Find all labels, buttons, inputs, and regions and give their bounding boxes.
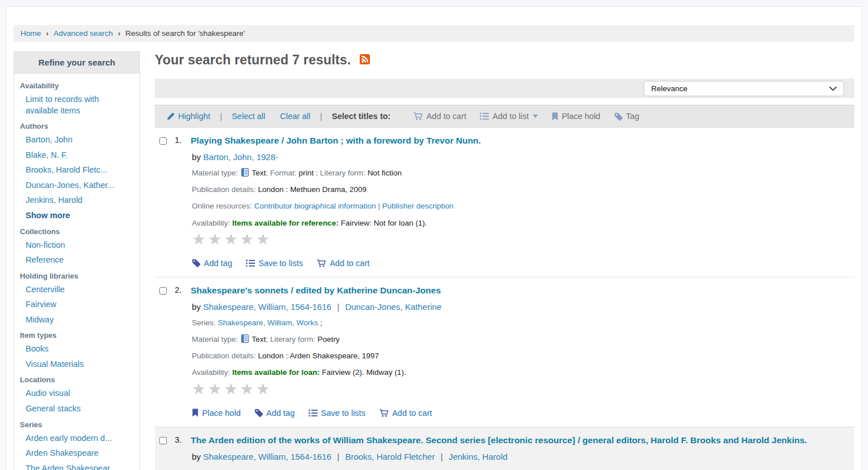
result-detail-text: ; Format: xyxy=(266,169,299,177)
action-label: Place hold xyxy=(202,408,241,418)
chevron-down-icon xyxy=(829,84,837,93)
cart-icon xyxy=(379,408,389,418)
highlight-button[interactable]: Highlight xyxy=(166,112,210,121)
breadcrumb-link[interactable]: Advanced search xyxy=(54,29,113,38)
facet-link[interactable]: Duncan-Jones, Kather... xyxy=(26,180,134,191)
result-detail-text: ; xyxy=(318,468,323,470)
result-detail-text: | xyxy=(376,202,382,210)
cart-icon xyxy=(316,259,326,268)
action-label: Save to lists xyxy=(321,408,365,418)
author-link[interactable]: Barton, John, 1928- xyxy=(203,152,278,162)
result-detail-text: Publication details: xyxy=(192,185,258,194)
facet-link[interactable]: The Arden Shakespear... xyxy=(26,463,134,470)
facet-link[interactable]: Barton, John xyxy=(26,134,134,146)
breadcrumb-current: Results of search for 'shakespeare' xyxy=(125,29,245,38)
author-separator: | xyxy=(335,302,342,312)
book-icon xyxy=(241,168,249,177)
result-detail-link[interactable]: Shakespeare, William, Works xyxy=(218,318,318,327)
result-meta-line: Availability: Items available for loan: … xyxy=(192,367,846,378)
result-checkbox[interactable] xyxy=(159,137,167,145)
author-link[interactable]: Shakespeare, William, 1564-1616 xyxy=(203,452,331,461)
facet-link[interactable]: Non-fiction xyxy=(26,240,134,251)
add-tag-button[interactable]: Add tag xyxy=(254,408,295,418)
facet-link[interactable]: Visual Materials xyxy=(26,359,134,370)
result-body: by Shakespeare, William, 1564-1616 | Dun… xyxy=(192,302,846,418)
facet-link[interactable]: Audio visual xyxy=(26,388,134,399)
result-meta-line: Online resources: Contributor biographic… xyxy=(192,201,846,211)
list-icon xyxy=(246,259,255,267)
facet-link[interactable]: Reference xyxy=(26,255,134,266)
author-link[interactable]: Brooks, Harold Fletcher xyxy=(345,452,435,461)
sort-selected-value: Relevance xyxy=(651,84,688,93)
caret-down-icon xyxy=(533,115,538,118)
add-to-cart-button[interactable]: Add to cart xyxy=(316,259,369,268)
sort-bar: Relevance xyxy=(155,79,854,98)
result-detail-text: ; xyxy=(318,318,323,327)
result-detail-link[interactable]: Contributor biographical information xyxy=(254,202,376,210)
author-separator: | xyxy=(335,452,342,461)
search-results-main: Your search returned 7 results. Relevanc… xyxy=(155,51,854,470)
result-title-link[interactable]: Playing Shakespeare / John Barton ; with… xyxy=(191,135,481,147)
result-meta-line: Material type: Text; Literary form: Poet… xyxy=(192,334,846,345)
save-to-lists-button[interactable]: Save to lists xyxy=(308,408,365,418)
result-detail-text: London : Arden Shakespeare, 1997 xyxy=(258,352,379,360)
author-link[interactable]: Jenkins, Harold xyxy=(449,452,507,461)
facet-link[interactable]: Blake, N. F. xyxy=(26,150,134,161)
facet-heading: Series xyxy=(20,420,134,429)
facet-link[interactable]: Fairview xyxy=(26,299,134,310)
list-icon xyxy=(480,112,489,120)
facet-link[interactable]: Show more xyxy=(26,210,134,222)
add-tag-button[interactable]: Add tag xyxy=(192,259,232,268)
result-meta-line: Series: Shakespeare, William, Works ; xyxy=(192,318,846,328)
result-number: 3. xyxy=(175,435,185,444)
result-detail-text: Text xyxy=(250,335,266,344)
select-titles-label: Select titles to: xyxy=(332,112,390,121)
book-icon xyxy=(241,334,249,343)
toolbar-tag-button[interactable]: Tag xyxy=(614,112,639,121)
facet-link[interactable]: Arden early modern d... xyxy=(26,433,134,444)
author-link[interactable]: Shakespeare, William, 1564-1616 xyxy=(203,302,331,312)
result-title-link[interactable]: The Arden edition of the works of Willia… xyxy=(191,435,807,447)
result-detail-link[interactable]: Shakespeare, William, Works xyxy=(218,468,318,470)
result-detail-link[interactable]: Publisher description xyxy=(382,202,453,210)
breadcrumb-separator: › xyxy=(118,30,120,38)
facet-link[interactable]: Jenkins, Harold xyxy=(26,195,134,206)
result-number: 2. xyxy=(175,285,185,295)
select-all-button[interactable]: Select all xyxy=(232,112,265,121)
result-body: by Barton, John, 1928-Material type: Tex… xyxy=(192,152,846,268)
result-actions: Add tagSave to listsAdd to cart xyxy=(192,259,846,268)
author-link[interactable]: Duncan-Jones, Katherine xyxy=(345,302,441,312)
breadcrumb-link[interactable]: Home xyxy=(20,29,41,38)
result-checkbox[interactable] xyxy=(159,287,167,295)
place-hold-button[interactable]: Place hold xyxy=(192,408,241,418)
sort-by-select[interactable]: Relevance xyxy=(644,81,844,96)
hold-icon xyxy=(192,408,199,417)
result-checkbox[interactable] xyxy=(159,437,167,444)
facet-link[interactable]: Limit to records with available items xyxy=(26,94,134,116)
author-separator: | xyxy=(438,452,445,461)
result-detail-text: Availability: xyxy=(192,368,232,377)
clear-all-button[interactable]: Clear all xyxy=(280,112,310,121)
facet-link[interactable]: General stacks xyxy=(26,403,134,415)
tag-icon xyxy=(254,408,263,417)
toolbar-add-to-list-button[interactable]: Add to list xyxy=(480,112,538,121)
toolbar-add-to-cart-button[interactable]: Add to cart xyxy=(413,112,466,121)
facet-link[interactable]: Midway xyxy=(26,314,134,326)
result-by-line: by Shakespeare, William, 1564-1616 | Dun… xyxy=(192,302,846,312)
result-title-link[interactable]: Shakespeare's sonnets / edited by Kather… xyxy=(191,285,441,297)
result-by-line: by Shakespeare, William, 1564-1616 | Bro… xyxy=(192,452,846,461)
rss-feed-button[interactable] xyxy=(360,54,370,67)
facet-link[interactable]: Brooks, Harold Fletc... xyxy=(26,165,134,176)
result-row: 2.Shakespeare's sonnets / edited by Kath… xyxy=(155,277,854,427)
result-by-line: by Barton, John, 1928- xyxy=(192,152,846,162)
results-list: 1.Playing Shakespeare / John Barton ; wi… xyxy=(155,128,854,470)
result-detail-text: Poetry xyxy=(318,335,340,344)
sidebar-title: Refine your search xyxy=(14,52,139,73)
save-to-lists-button[interactable]: Save to lists xyxy=(246,259,303,268)
result-detail-text: Items available for loan: xyxy=(232,368,322,377)
toolbar-place-hold-button[interactable]: Place hold xyxy=(552,112,600,121)
facet-link[interactable]: Arden Shakespeare xyxy=(26,448,134,459)
facet-link[interactable]: Books xyxy=(26,344,134,355)
add-to-cart-button[interactable]: Add to cart xyxy=(379,408,432,418)
facet-link[interactable]: Centerville xyxy=(26,284,134,296)
